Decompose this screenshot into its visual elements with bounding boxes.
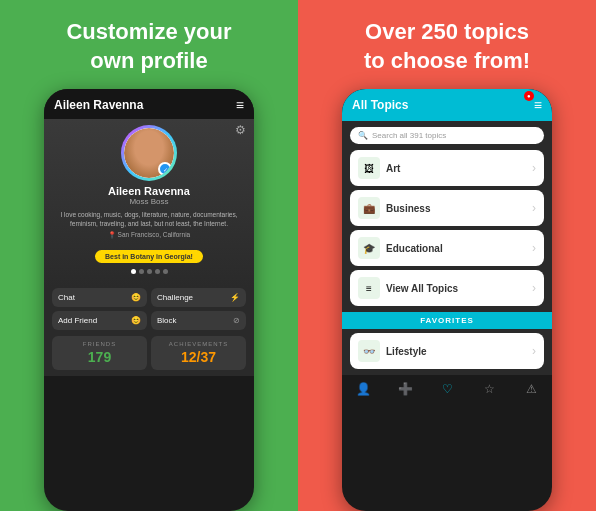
search-icon: 🔍 xyxy=(358,131,368,140)
dots xyxy=(54,269,244,274)
dot-4 xyxy=(155,269,160,274)
hamburger-icon[interactable]: ≡ xyxy=(236,97,244,113)
profile-location: 📍 San Francisco, California xyxy=(54,231,244,239)
dot-1 xyxy=(131,269,136,274)
topic-left-educational: 🎓 Educational xyxy=(358,237,443,259)
dot-3 xyxy=(147,269,152,274)
lifestyle-label: Lifestyle xyxy=(386,346,427,357)
business-chevron: › xyxy=(532,201,536,215)
view-all-label: View All Topics xyxy=(386,283,458,294)
chat-button[interactable]: Chat 😊 xyxy=(52,288,147,307)
profile-header: Aileen Ravenna ≡ xyxy=(44,89,254,119)
profile-bio: I love cooking, music, dogs, literature,… xyxy=(54,210,244,228)
view-all-chevron: › xyxy=(532,281,536,295)
business-icon: 💼 xyxy=(358,197,380,219)
topic-list: 🖼 Art › 💼 Business › 🎓 Educational xyxy=(342,150,552,306)
phone-bottom-bar: 👤 ➕ ♡ ☆ ⚠ xyxy=(342,375,552,403)
verified-icon: ✓ xyxy=(163,166,168,173)
bottom-add-icon[interactable]: ➕ xyxy=(391,379,419,399)
dot-5 xyxy=(163,269,168,274)
topic-left-business: 💼 Business xyxy=(358,197,430,219)
add-friend-button[interactable]: Add Friend 😊 xyxy=(52,311,147,330)
dot-2 xyxy=(139,269,144,274)
action-grid: Chat 😊 Challenge ⚡ Add Friend 😊 Block ⊘ xyxy=(44,288,254,336)
topic-item-educational[interactable]: 🎓 Educational › xyxy=(350,230,544,266)
achievements-value: 12/37 xyxy=(157,349,240,365)
search-bar[interactable]: 🔍 Search all 391 topics xyxy=(350,127,544,144)
badge-bar: Best in Botany in Georgia! xyxy=(95,250,203,263)
topic-item-art[interactable]: 🖼 Art › xyxy=(350,150,544,186)
favorites-list: 👓 Lifestyle › xyxy=(342,333,552,369)
profile-header-name: Aileen Ravenna xyxy=(54,98,143,112)
block-button[interactable]: Block ⊘ xyxy=(151,311,246,330)
left-panel: Customize your own profile Aileen Ravenn… xyxy=(0,0,298,511)
topic-item-view-all[interactable]: ≡ View All Topics › xyxy=(350,270,544,306)
lifestyle-icon: 👓 xyxy=(358,340,380,362)
achievements-stat: ACHIEVEMENTS 12/37 xyxy=(151,336,246,370)
achievements-label: ACHIEVEMENTS xyxy=(157,341,240,347)
gear-icon[interactable]: ⚙ xyxy=(235,123,246,137)
avatar: ✓ xyxy=(121,125,177,181)
topics-header: All Topics ● ≡ xyxy=(342,89,552,121)
friends-stat: FRIENDS 179 xyxy=(52,336,147,370)
bottom-profile-icon[interactable]: 👤 xyxy=(349,379,377,399)
educational-chevron: › xyxy=(532,241,536,255)
bottom-heart-icon[interactable]: ♡ xyxy=(433,379,461,399)
block-icon: ⊘ xyxy=(233,316,240,325)
favorites-label: FAVORITES xyxy=(342,312,552,329)
friends-label: FRIENDS xyxy=(58,341,141,347)
chat-icon: 😊 xyxy=(131,293,141,302)
profile-body: ⚙ ✓ Aileen Ravenna Moss Boss I love cook… xyxy=(44,119,254,288)
topic-left-view-all: ≡ View All Topics xyxy=(358,277,458,299)
left-phone-screen: Aileen Ravenna ≡ ⚙ ✓ Aileen Ravenna Moss… xyxy=(44,89,254,376)
bottom-star-icon[interactable]: ☆ xyxy=(475,379,503,399)
business-label: Business xyxy=(386,203,430,214)
right-panel: Over 250 topics to choose from! All Topi… xyxy=(298,0,596,511)
challenge-icon: ⚡ xyxy=(230,293,240,302)
profile-name: Aileen Ravenna xyxy=(54,185,244,197)
art-chevron: › xyxy=(532,161,536,175)
friends-value: 179 xyxy=(58,349,141,365)
topic-item-lifestyle[interactable]: 👓 Lifestyle › xyxy=(350,333,544,369)
topic-item-business[interactable]: 💼 Business › xyxy=(350,190,544,226)
header-right: ● ≡ xyxy=(530,97,542,113)
topic-left-art: 🖼 Art xyxy=(358,157,400,179)
add-friend-icon: 😊 xyxy=(131,316,141,325)
topics-header-title: All Topics xyxy=(352,98,408,112)
left-phone: Aileen Ravenna ≡ ⚙ ✓ Aileen Ravenna Moss… xyxy=(44,89,254,511)
notification-badge: ● xyxy=(524,91,534,101)
left-title: Customize your own profile xyxy=(66,18,231,75)
avatar-badge: ✓ xyxy=(158,162,172,176)
right-phone-screen: All Topics ● ≡ 🔍 Search all 391 topics 🖼… xyxy=(342,89,552,403)
topics-menu-icon[interactable]: ≡ xyxy=(534,97,542,113)
art-label: Art xyxy=(386,163,400,174)
profile-title: Moss Boss xyxy=(54,197,244,206)
right-phone: All Topics ● ≡ 🔍 Search all 391 topics 🖼… xyxy=(342,89,552,511)
lifestyle-chevron: › xyxy=(532,344,536,358)
educational-icon: 🎓 xyxy=(358,237,380,259)
right-title: Over 250 topics to choose from! xyxy=(364,18,530,75)
stats-grid: FRIENDS 179 ACHIEVEMENTS 12/37 xyxy=(44,336,254,376)
bottom-alert-icon[interactable]: ⚠ xyxy=(517,379,545,399)
challenge-button[interactable]: Challenge ⚡ xyxy=(151,288,246,307)
search-placeholder: Search all 391 topics xyxy=(372,131,446,140)
topic-left-lifestyle: 👓 Lifestyle xyxy=(358,340,427,362)
view-all-icon: ≡ xyxy=(358,277,380,299)
art-icon: 🖼 xyxy=(358,157,380,179)
educational-label: Educational xyxy=(386,243,443,254)
